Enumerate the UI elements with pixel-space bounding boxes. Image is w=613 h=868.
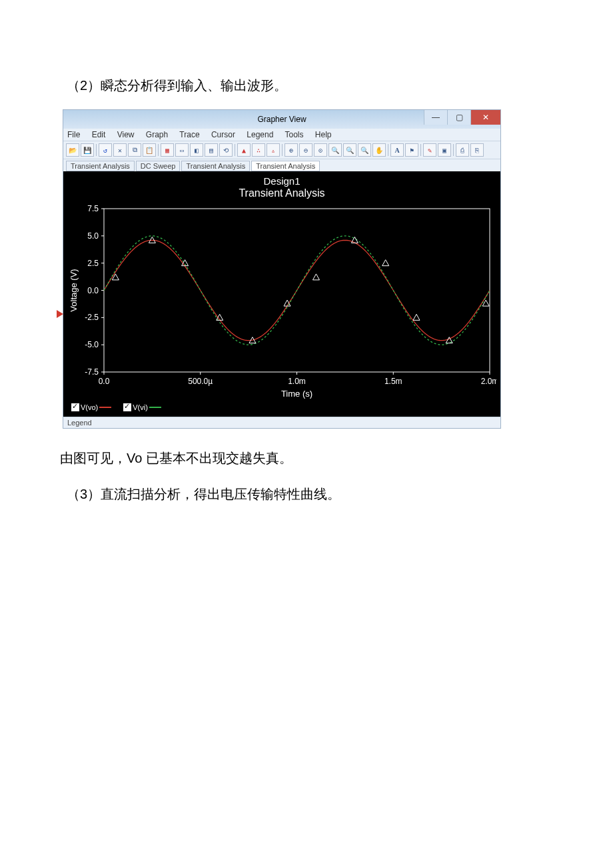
menu-graph[interactable]: Graph (146, 130, 168, 139)
export3-icon[interactable]: ⎘ (470, 143, 484, 157)
legend-swatch-red (99, 407, 111, 408)
export1-icon[interactable]: ▣ (438, 143, 451, 157)
svg-marker-33 (312, 274, 319, 280)
paragraph-conclusion: 由图可见，Vo 已基本不出现交越失真。 (53, 446, 560, 470)
menu-trace[interactable]: Trace (179, 130, 199, 139)
legend-vvo[interactable]: V(vo) (71, 403, 111, 411)
zoom2-icon[interactable]: 🔍 (343, 143, 356, 157)
svg-marker-35 (382, 260, 389, 266)
chart-area[interactable]: Design1 Transient Analysis -7.5-5.0-2.50… (63, 171, 500, 417)
menu-bar: File Edit View Graph Trace Cursor Legend… (63, 129, 500, 141)
legend-swatch-green (149, 407, 161, 408)
tab-transient-3[interactable]: Transient Analysis (251, 161, 320, 171)
bw-icon[interactable]: ◧ (190, 143, 203, 157)
menu-legend[interactable]: Legend (247, 130, 273, 139)
copy-icon[interactable]: ⧉ (128, 143, 141, 157)
text-icon[interactable]: A (390, 143, 404, 157)
svg-text:0.0: 0.0 (87, 286, 99, 295)
menu-edit[interactable]: Edit (92, 130, 106, 139)
open-icon[interactable]: 📂 (66, 143, 79, 157)
tabs-bar: Transient Analysis DC Sweep Transient An… (63, 159, 500, 171)
menu-help[interactable]: Help (315, 130, 332, 139)
svg-text:-2.5: -2.5 (85, 313, 99, 322)
svg-text:1.0m: 1.0m (288, 377, 306, 386)
svg-text:5.0: 5.0 (87, 231, 99, 241)
svg-text:1.5m: 1.5m (384, 377, 402, 386)
svg-marker-36 (413, 314, 420, 320)
svg-text:Voltage (V): Voltage (V) (69, 269, 79, 311)
box-icon[interactable]: ▭ (175, 143, 189, 157)
title-bar[interactable]: Grapher View — ▢ ✕ (63, 110, 500, 129)
tab-dc-sweep[interactable]: DC Sweep (136, 161, 181, 171)
zoom-fit-icon[interactable]: ⊙ (314, 143, 327, 157)
zoom1-icon[interactable]: 🔍 (328, 143, 342, 157)
hand-icon[interactable]: ✋ (372, 143, 386, 157)
delete-icon[interactable]: ✕ (113, 143, 127, 157)
menu-file[interactable]: File (67, 130, 80, 139)
maximize-button[interactable]: ▢ (447, 110, 470, 125)
legend-vvi-label: V(vi) (133, 403, 148, 411)
undo-icon[interactable]: ↺ (99, 143, 112, 157)
svg-text:0.0: 0.0 (99, 377, 110, 386)
zoom-out-icon[interactable]: ⊖ (299, 143, 312, 157)
status-bar: Legend (63, 417, 500, 428)
flag-icon[interactable]: ⚑ (405, 143, 418, 157)
svg-text:Time (s): Time (s) (281, 389, 312, 399)
svg-text:2.5: 2.5 (87, 259, 99, 268)
tab-transient-1[interactable]: Transient Analysis (66, 161, 135, 171)
menu-cursor[interactable]: Cursor (211, 130, 235, 139)
marker-icon[interactable]: ✎ (423, 143, 436, 157)
close-button[interactable]: ✕ (470, 110, 500, 125)
export2-icon[interactable]: ⎙ (456, 143, 469, 157)
paragraph-2-heading: （2）瞬态分析得到输入、输出波形。 (53, 73, 560, 97)
cursor-arrow-icon (57, 310, 63, 318)
svg-text:500.0µ: 500.0µ (188, 377, 213, 386)
zoom3-icon[interactable]: 🔍 (358, 143, 371, 157)
points-icon[interactable]: ∴ (252, 143, 265, 157)
grid-icon[interactable]: ▦ (161, 143, 174, 157)
chart-title: Design1 (67, 175, 496, 187)
minimize-button[interactable]: — (424, 110, 447, 125)
tab-transient-2[interactable]: Transient Analysis (181, 161, 250, 171)
chart-subtitle: Transient Analysis (67, 187, 496, 199)
save-icon[interactable]: 💾 (81, 143, 94, 157)
svg-text:-7.5: -7.5 (85, 367, 99, 377)
menu-tools[interactable]: Tools (285, 130, 303, 139)
paste-icon[interactable]: 📋 (143, 143, 156, 157)
svg-text:2.0m: 2.0m (481, 377, 496, 386)
paragraph-3-heading: （3）直流扫描分析，得出电压传输特性曲线。 (53, 482, 560, 506)
chart-svg: -7.5-5.0-2.50.02.55.07.50.0500.0µ1.0m1.5… (67, 202, 496, 402)
checkbox-icon[interactable] (123, 403, 131, 411)
legend-vvi[interactable]: V(vi) (123, 403, 161, 411)
bw2-icon[interactable]: ▤ (205, 143, 218, 157)
svg-text:-5.0: -5.0 (85, 340, 99, 349)
grapher-window: Grapher View — ▢ ✕ File Edit View Graph … (63, 109, 501, 429)
checkbox-icon[interactable] (71, 403, 79, 411)
zoom-in-icon[interactable]: ⊕ (285, 143, 298, 157)
chart-legend: V(vo) V(vi) (67, 402, 496, 413)
peak-icon[interactable]: ▲ (237, 143, 251, 157)
peak2-icon[interactable]: ▵ (267, 143, 280, 157)
reset-icon[interactable]: ⟲ (219, 143, 233, 157)
toolbar: 📂 💾 ↺ ✕ ⧉ 📋 ▦ ▭ ◧ ▤ ⟲ ▲ ∴ ▵ ⊕ ⊖ ⊙ 🔍 🔍 🔍 … (63, 141, 500, 159)
legend-vvo-label: V(vo) (81, 403, 98, 411)
menu-view[interactable]: View (117, 130, 135, 139)
svg-text:7.5: 7.5 (87, 204, 99, 213)
